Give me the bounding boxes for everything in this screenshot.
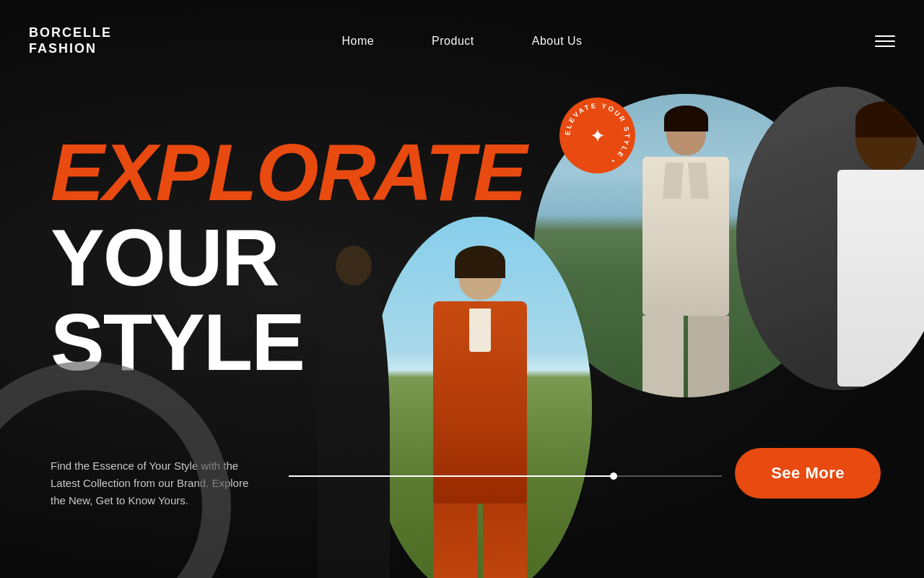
progress-dot [610, 473, 617, 480]
body-neutral [642, 157, 729, 316]
headline-line1: EXPLORATE [51, 130, 526, 215]
menu-line-3 [875, 46, 895, 47]
hamburger-menu-button[interactable] [875, 35, 895, 47]
nav-item-about[interactable]: About Us [532, 35, 583, 48]
head-neutral [666, 108, 706, 155]
menu-line-1 [875, 35, 895, 37]
head-dark [855, 101, 917, 173]
brand-logo[interactable]: BORCELLE FASHION [29, 25, 112, 56]
hero-headline: EXPLORATE YOUR STYLE [51, 130, 526, 385]
see-more-button[interactable]: See More [735, 448, 881, 499]
figure-legs [433, 504, 527, 578]
badge-inner: ELEVATE YOUR STYLE • ✦ [559, 98, 635, 173]
style-badge: ELEVATE YOUR STYLE • ✦ [559, 98, 635, 173]
right-circle [736, 87, 924, 390]
nav-link-home[interactable]: Home [341, 35, 374, 47]
menu-line-2 [875, 40, 895, 42]
lens-decoration [0, 361, 231, 578]
body-white-outfit [837, 170, 924, 387]
figure-leg-right [483, 504, 527, 578]
leg-left-neutral [642, 316, 684, 397]
hero-section: EXPLORATE YOUR STYLE Find the Essence of… [0, 0, 924, 578]
figure-leg-left [433, 504, 477, 578]
nav-link-product[interactable]: Product [432, 35, 474, 47]
headline-line2: YOUR [51, 215, 526, 301]
leg-right-neutral [688, 316, 729, 397]
progress-fill [289, 475, 614, 477]
lapel-left [663, 163, 684, 199]
brand-name-line1: BORCELLE [29, 25, 112, 40]
navbar: BORCELLE FASHION Home Product About Us [0, 0, 924, 82]
dark-woman-figure [736, 87, 924, 390]
nav-link-about[interactable]: About Us [532, 35, 583, 47]
figure-neutral [624, 108, 747, 397]
hair-neutral [664, 105, 708, 131]
progress-bar [289, 475, 722, 477]
nav-item-product[interactable]: Product [432, 35, 474, 48]
brand-name-line2: FASHION [29, 41, 97, 56]
nav-item-home[interactable]: Home [341, 35, 374, 48]
legs-neutral [642, 316, 729, 397]
lapel-right [688, 163, 709, 199]
nav-links: Home Product About Us [341, 35, 582, 48]
hair-dark [855, 101, 917, 137]
badge-star-icon: ✦ [590, 124, 606, 147]
